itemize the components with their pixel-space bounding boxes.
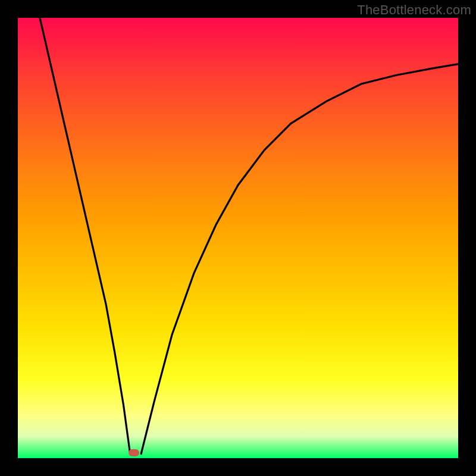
optimum-marker [129,449,139,456]
plot-area [18,18,458,458]
watermark-label: TheBottleneck.com [357,2,471,18]
chart-frame: TheBottleneck.com [0,0,476,476]
bottleneck-curve [18,18,458,458]
